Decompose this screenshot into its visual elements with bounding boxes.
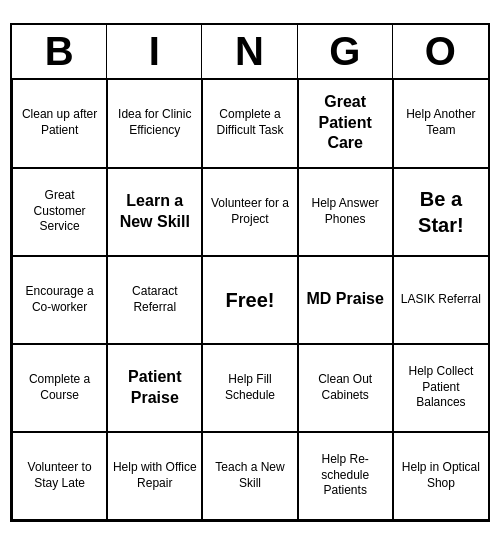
- bingo-cell[interactable]: Help Collect Patient Balances: [393, 344, 488, 432]
- bingo-cell[interactable]: Help in Optical Shop: [393, 432, 488, 520]
- letter-b: B: [12, 25, 107, 78]
- bingo-cell[interactable]: Learn a New Skill: [107, 168, 202, 256]
- letter-n: N: [202, 25, 297, 78]
- bingo-cell[interactable]: Volunteer for a Project: [202, 168, 297, 256]
- bingo-cell[interactable]: Volunteer to Stay Late: [12, 432, 107, 520]
- bingo-cell[interactable]: Teach a New Skill: [202, 432, 297, 520]
- bingo-cell[interactable]: Great Customer Service: [12, 168, 107, 256]
- bingo-cell[interactable]: Cataract Referral: [107, 256, 202, 344]
- bingo-cell[interactable]: Help Answer Phones: [298, 168, 393, 256]
- letter-g: G: [298, 25, 393, 78]
- bingo-grid: Clean up after PatientIdea for Clinic Ef…: [12, 80, 488, 520]
- bingo-cell[interactable]: Patient Praise: [107, 344, 202, 432]
- bingo-cell[interactable]: Clean up after Patient: [12, 80, 107, 168]
- bingo-cell[interactable]: Great Patient Care: [298, 80, 393, 168]
- bingo-card: B I N G O Clean up after PatientIdea for…: [10, 23, 490, 522]
- bingo-cell[interactable]: Free!: [202, 256, 297, 344]
- bingo-cell[interactable]: Complete a Course: [12, 344, 107, 432]
- bingo-cell[interactable]: LASIK Referral: [393, 256, 488, 344]
- bingo-cell[interactable]: Help with Office Repair: [107, 432, 202, 520]
- bingo-cell[interactable]: Idea for Clinic Efficiency: [107, 80, 202, 168]
- bingo-header: B I N G O: [12, 25, 488, 80]
- bingo-cell[interactable]: Help Re-schedule Patients: [298, 432, 393, 520]
- letter-i: I: [107, 25, 202, 78]
- bingo-cell[interactable]: Help Another Team: [393, 80, 488, 168]
- letter-o: O: [393, 25, 488, 78]
- bingo-cell[interactable]: MD Praise: [298, 256, 393, 344]
- bingo-cell[interactable]: Help Fill Schedule: [202, 344, 297, 432]
- bingo-cell[interactable]: Encourage a Co-worker: [12, 256, 107, 344]
- bingo-cell[interactable]: Be a Star!: [393, 168, 488, 256]
- bingo-cell[interactable]: Clean Out Cabinets: [298, 344, 393, 432]
- bingo-cell[interactable]: Complete a Difficult Task: [202, 80, 297, 168]
